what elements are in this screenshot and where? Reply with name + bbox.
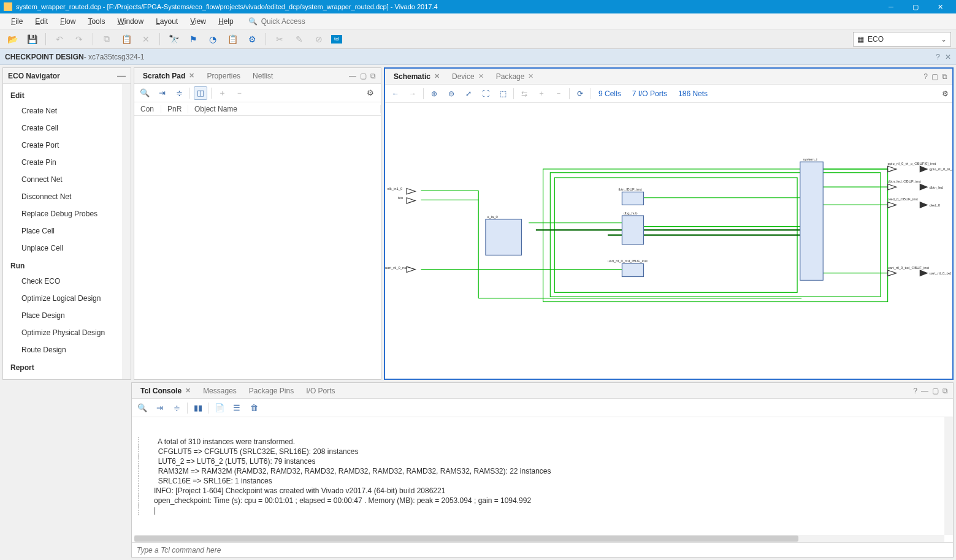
menu-file[interactable]: File	[5, 15, 29, 28]
help-icon[interactable]: ?	[936, 53, 940, 61]
regroup-icon[interactable]: ⇆	[518, 87, 531, 100]
collapse-icon[interactable]: ⇥	[155, 86, 169, 100]
close-button[interactable]: ✕	[928, 0, 952, 13]
pause-icon[interactable]: ▮▮	[191, 401, 205, 415]
minimize-pane-icon[interactable]: —	[349, 72, 356, 80]
tcl-command-input[interactable]	[132, 543, 953, 557]
col-objname[interactable]: Object Name	[188, 105, 381, 113]
menu-view[interactable]: View	[184, 15, 212, 28]
popout-pane-icon[interactable]: ⧉	[370, 72, 376, 80]
open-icon[interactable]: 📂	[5, 32, 20, 47]
nav-item-create-port[interactable]: Create Port	[3, 137, 131, 154]
list-icon[interactable]: ☰	[230, 401, 243, 415]
cut-tool-icon[interactable]: ✂	[272, 32, 287, 47]
nav-item-edit-timing-constraints[interactable]: Edit Timing Constraints	[3, 374, 131, 379]
menu-flow[interactable]: Flow	[54, 15, 82, 28]
trash-icon[interactable]: 🗑	[247, 401, 261, 415]
zoom-fit-icon[interactable]: ⤢	[462, 87, 475, 100]
zoom-in-icon[interactable]: ⊕	[427, 87, 441, 100]
minimize-pane-icon[interactable]: —	[921, 387, 928, 395]
nav-item-place-design[interactable]: Place Design	[3, 307, 131, 324]
remove-icon[interactable]: －	[552, 87, 565, 100]
delete-icon[interactable]: ✕	[139, 32, 153, 47]
expand-icon[interactable]: ≑	[172, 86, 186, 100]
minimize-button[interactable]: ─	[879, 0, 903, 13]
minimize-panel-icon[interactable]: —	[117, 71, 126, 81]
zoom-out-icon[interactable]: ⊖	[445, 87, 458, 100]
nav-item-replace-debug-probes[interactable]: Replace Debug Probes	[3, 205, 131, 222]
nav-item-disconnect-net[interactable]: Disconnect Net	[3, 188, 131, 205]
menu-tools[interactable]: Tools	[82, 15, 111, 28]
binoculars-icon[interactable]: 🔭	[166, 32, 181, 47]
maximize-pane-icon[interactable]: ▢	[931, 72, 938, 81]
gear-icon[interactable]: ⚙	[245, 32, 259, 47]
tab-properties[interactable]: Properties	[201, 69, 247, 83]
menu-layout[interactable]: Layout	[150, 15, 184, 28]
clock-icon[interactable]: ◔	[205, 32, 220, 47]
maximize-button[interactable]: ▢	[903, 0, 928, 13]
console-output[interactable]: A total of 310 instances were transforme…	[132, 417, 953, 535]
flag-icon[interactable]: ⚑	[186, 32, 201, 47]
refresh-icon[interactable]: ⟳	[573, 87, 587, 100]
menu-window[interactable]: Window	[111, 15, 150, 28]
cancel-icon[interactable]: ⊘	[312, 32, 326, 47]
search-icon[interactable]: 🔍	[136, 401, 149, 415]
nav-item-unplace-cell[interactable]: Unplace Cell	[3, 240, 131, 257]
close-tab-icon[interactable]: ✕	[434, 72, 440, 80]
save-icon[interactable]: 💾	[25, 32, 39, 47]
nav-item-create-cell[interactable]: Create Cell	[3, 119, 131, 137]
copy-icon[interactable]: ⧉	[99, 32, 114, 47]
schematic-canvas[interactable]: clk_in1_0 btn uart_rtl_0_rxd u_la_0 ibtn…	[385, 103, 952, 379]
cells-link[interactable]: 9 Cells	[595, 89, 625, 98]
back-icon[interactable]: ←	[389, 87, 402, 100]
quick-access-input[interactable]	[261, 17, 359, 26]
ioports-link[interactable]: 7 I/O Ports	[629, 89, 671, 98]
tab-i/o-ports[interactable]: I/O Ports	[300, 384, 341, 398]
close-tab-icon[interactable]: ✕	[185, 387, 191, 395]
zoom-area-icon[interactable]: ⛶	[479, 87, 492, 100]
forward-icon[interactable]: →	[406, 87, 419, 100]
expand-icon[interactable]: ≑	[170, 401, 183, 415]
scrollbar-horizontal[interactable]	[134, 535, 944, 542]
tab-device[interactable]: Device✕	[446, 70, 490, 83]
scrollbar-vertical[interactable]	[944, 417, 953, 535]
remove-icon[interactable]: －	[232, 86, 246, 100]
col-con[interactable]: Con	[134, 105, 161, 113]
tab-scratch-pad[interactable]: Scratch Pad✕	[137, 69, 201, 83]
nav-item-create-pin[interactable]: Create Pin	[3, 154, 131, 171]
paste-icon[interactable]: 📋	[119, 32, 134, 47]
close-tab-icon[interactable]: ✕	[189, 72, 194, 80]
nav-item-check-eco[interactable]: Check ECO	[3, 273, 131, 290]
close-tab-icon[interactable]: ✕	[478, 72, 484, 80]
help-icon[interactable]: ?	[923, 72, 928, 81]
menu-help[interactable]: Help	[212, 15, 240, 28]
nav-item-optimize-logical-design[interactable]: Optimize Logical Design	[3, 290, 131, 307]
pencil-icon[interactable]: ✎	[292, 32, 307, 47]
select-icon[interactable]: ⬚	[496, 87, 510, 100]
undo-icon[interactable]: ↶	[52, 32, 67, 47]
clipboard-icon[interactable]: 📋	[225, 32, 240, 47]
nav-item-create-net[interactable]: Create Net	[3, 102, 131, 119]
collapse-icon[interactable]: ⇥	[153, 401, 166, 415]
scrollbar-vertical[interactable]	[122, 84, 131, 379]
help-icon[interactable]: ?	[913, 387, 917, 395]
nets-link[interactable]: 186 Nets	[675, 89, 711, 98]
close-design-icon[interactable]: ✕	[945, 53, 951, 61]
search-icon[interactable]: 🔍	[138, 86, 151, 100]
maximize-pane-icon[interactable]: ▢	[360, 72, 367, 80]
popout-pane-icon[interactable]: ⧉	[943, 387, 948, 395]
tab-tcl-console[interactable]: Tcl Console✕	[134, 384, 197, 398]
tab-package-pins[interactable]: Package Pins	[243, 384, 300, 398]
add-icon[interactable]: ＋	[535, 87, 548, 100]
close-tab-icon[interactable]: ✕	[528, 72, 533, 80]
nav-item-place-cell[interactable]: Place Cell	[3, 222, 131, 240]
nav-item-route-design[interactable]: Route Design	[3, 341, 131, 358]
quick-access[interactable]: 🔍	[248, 17, 359, 26]
add-icon[interactable]: ＋	[215, 86, 229, 100]
nav-item-optimize-physical-design[interactable]: Optimize Physical Design	[3, 324, 131, 341]
redo-icon[interactable]: ↷	[72, 32, 86, 47]
tab-package[interactable]: Package✕	[490, 70, 540, 83]
layout-mode-dropdown[interactable]: ▦ ECO ⌄	[853, 32, 951, 47]
col-pnr[interactable]: PnR	[161, 105, 188, 113]
maximize-pane-icon[interactable]: ▢	[932, 387, 939, 395]
